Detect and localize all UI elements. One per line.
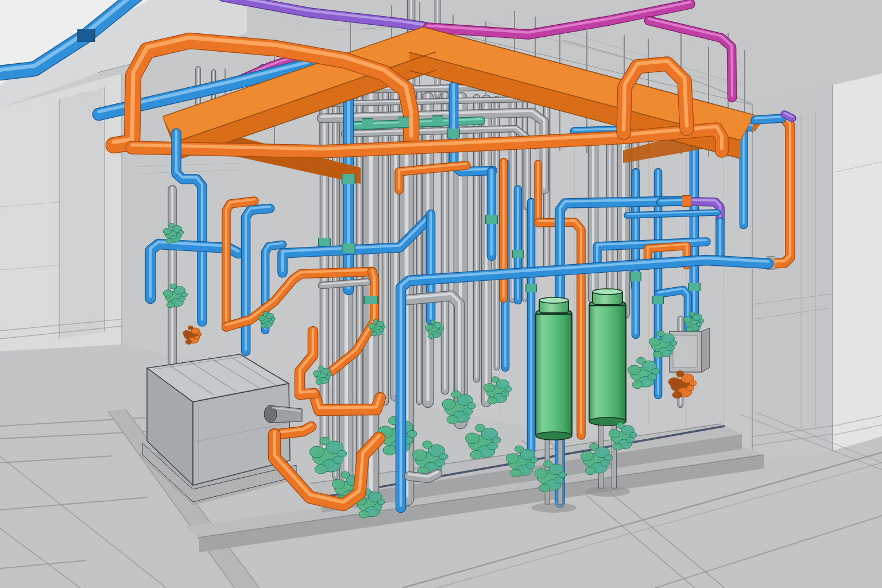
cabinet-stub-pipe — [264, 405, 302, 423]
electrical-box — [670, 328, 710, 372]
pipe-blue-east-thin — [627, 211, 718, 215]
pipe-gray-elbow-b — [322, 281, 368, 285]
pipe-blue-tray-corner — [755, 117, 782, 120]
bim-viewport: 3D BIM mechanical room model Rendered 3D… — [0, 0, 882, 588]
pipe-blue-east-stub — [660, 200, 683, 202]
electrical-box-panel — [673, 335, 697, 368]
pipe-violet-stub — [784, 113, 792, 118]
electrical-box-side — [702, 328, 710, 372]
pilaster — [59, 87, 105, 339]
right-wall-bright — [833, 74, 882, 451]
